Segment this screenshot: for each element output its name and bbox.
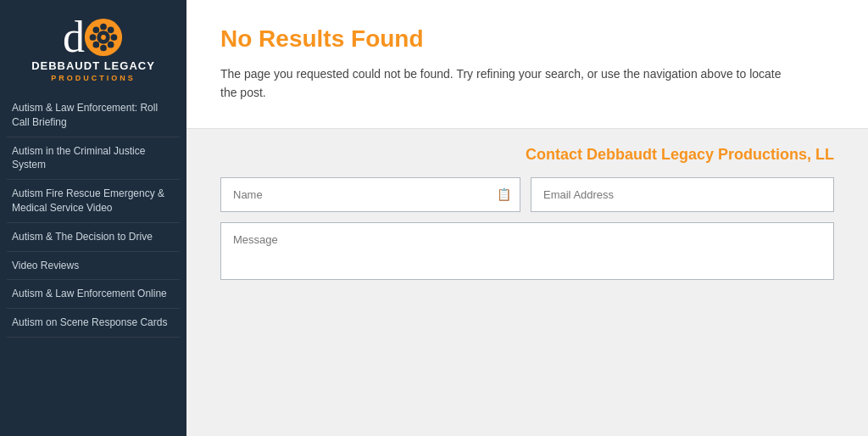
- sidebar-item-4[interactable]: Video Reviews: [7, 252, 180, 281]
- not-found-description: The page you requested could not be foun…: [220, 64, 797, 103]
- svg-point-7: [108, 42, 114, 48]
- not-found-section: No Results Found The page you requested …: [186, 0, 868, 129]
- main-content: No Results Found The page you requested …: [186, 0, 868, 436]
- svg-point-5: [111, 34, 118, 41]
- sidebar-nav: Autism & Law Enforcement: Roll Call Brie…: [0, 94, 186, 338]
- contact-form-row-1: 📋: [220, 177, 834, 212]
- sidebar-item-5[interactable]: Autism & Law Enforcement Online: [7, 280, 180, 309]
- contact-form-row-2: [220, 222, 834, 280]
- name-input[interactable]: [233, 178, 497, 211]
- sidebar-item-0[interactable]: Autism & Law Enforcement: Roll Call Brie…: [7, 94, 180, 137]
- svg-point-9: [93, 42, 100, 48]
- sidebar-item-3[interactable]: Autism & The Decision to Drive: [7, 223, 180, 252]
- svg-point-3: [100, 45, 107, 52]
- svg-point-4: [90, 34, 97, 41]
- logo-graphic: d: [63, 15, 124, 59]
- svg-point-6: [93, 27, 100, 34]
- sidebar-item-1[interactable]: Autism in the Criminal Justice System: [7, 137, 180, 181]
- email-input[interactable]: [531, 177, 834, 212]
- name-input-wrapper[interactable]: 📋: [220, 177, 520, 212]
- sidebar-item-2[interactable]: Autism Fire Rescue Emergency & Medical S…: [7, 180, 180, 223]
- logo-text-area: DEBBAUDT LEGACY PRODUCTIONS: [31, 59, 155, 82]
- input-icon: 📋: [497, 187, 511, 201]
- logo-reel-icon: [83, 17, 124, 58]
- logo-d-letter: d: [63, 15, 83, 59]
- contact-section: Contact Debbaudt Legacy Productions, LL …: [186, 129, 868, 436]
- sidebar-item-6[interactable]: Autism on Scene Response Cards: [7, 309, 180, 338]
- message-input[interactable]: [220, 222, 834, 280]
- not-found-title: No Results Found: [220, 25, 834, 53]
- logo-brand-name: DEBBAUDT LEGACY: [31, 59, 155, 72]
- svg-point-2: [100, 24, 107, 31]
- contact-title: Contact Debbaudt Legacy Productions, LL: [220, 146, 834, 164]
- sidebar: d DEBBAUDT LEGACY PRODUCTIONS Autism & L…: [0, 0, 186, 436]
- logo-sub-name: PRODUCTIONS: [31, 74, 155, 82]
- logo-area: d DEBBAUDT LEGACY PRODUCTIONS: [0, 0, 186, 94]
- svg-point-10: [101, 35, 106, 40]
- svg-point-8: [108, 27, 114, 34]
